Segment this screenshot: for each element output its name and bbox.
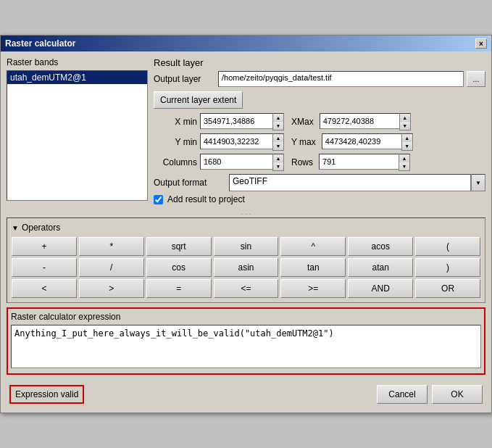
xmin-spinner[interactable]: ▲ ▼ [272, 113, 284, 130]
columns-down-arrow[interactable]: ▼ [273, 162, 283, 170]
expression-section: Raster calculator expression [7, 307, 485, 375]
cancel-button[interactable]: Cancel [377, 385, 428, 404]
xmax-up-arrow[interactable]: ▲ [400, 114, 410, 122]
xmax-label: XMax [291, 117, 314, 127]
op-lte[interactable]: <= [214, 279, 279, 298]
xmin-up-arrow[interactable]: ▲ [273, 114, 283, 122]
operators-title: ▼ Operators [12, 223, 480, 233]
op-atan[interactable]: atan [348, 258, 413, 277]
op-and[interactable]: AND [348, 279, 413, 298]
ymax-label: Y max [291, 137, 316, 147]
operator-row-2: - / cos asin tan atan ) [12, 258, 480, 277]
rows-spinner[interactable]: ▲ ▼ [399, 154, 410, 171]
raster-bands-listbox[interactable]: utah_demUTM2@1 [7, 70, 148, 201]
ymin-spinner[interactable]: ▲ ▼ [272, 133, 284, 151]
xmin-input[interactable] [200, 113, 272, 129]
expression-status: Expression valid [9, 385, 84, 404]
raster-calculator-window: Raster calculator × Raster bands utah_de… [0, 35, 492, 413]
bottom-row: Expression valid Cancel OK [7, 381, 485, 407]
op-gte[interactable]: >= [280, 279, 346, 298]
ymax-up-arrow[interactable]: ▲ [402, 134, 412, 142]
rows-up-arrow[interactable]: ▲ [399, 154, 409, 162]
output-path-display: /home/zeito/pyqgis_data/test.tif [218, 71, 464, 87]
operator-row-1: + * sqrt sin ^ acos ( [12, 237, 480, 256]
rows-label: Rows [291, 157, 313, 167]
output-layer-label: Output layer [154, 74, 215, 84]
op-divide[interactable]: / [79, 258, 144, 277]
result-layer-label: Result layer [154, 57, 485, 68]
close-button[interactable]: × [475, 38, 487, 49]
columns-up-arrow[interactable]: ▲ [273, 154, 283, 162]
add-result-checkbox[interactable] [154, 195, 163, 204]
rows-input[interactable] [319, 154, 399, 170]
expression-label: Raster calculator expression [11, 312, 481, 322]
op-caret[interactable]: ^ [280, 237, 346, 256]
operators-section: ▼ Operators + * sqrt sin ^ acos ( - / co… [7, 217, 485, 303]
operators-grid: + * sqrt sin ^ acos ( - / cos asin tan a… [12, 237, 480, 298]
divider: · · · [7, 210, 485, 213]
ymin-up-arrow[interactable]: ▲ [273, 134, 283, 142]
ymax-down-arrow[interactable]: ▼ [402, 142, 412, 150]
op-close-paren[interactable]: ) [415, 258, 480, 277]
xmin-down-arrow[interactable]: ▼ [273, 122, 283, 130]
output-format-label: Output format [154, 178, 226, 188]
op-equal[interactable]: = [146, 279, 212, 298]
xmin-label: X min [154, 117, 197, 127]
ymin-down-arrow[interactable]: ▼ [273, 142, 283, 150]
op-greater[interactable]: > [79, 279, 144, 298]
ymin-label: Y min [154, 137, 197, 147]
output-format-dropdown-button[interactable]: ▼ [471, 174, 485, 191]
operator-row-3: < > = <= >= AND OR [12, 279, 480, 298]
op-multiply[interactable]: * [79, 237, 144, 256]
ymax-spinner[interactable]: ▲ ▼ [401, 133, 413, 151]
ymax-input[interactable] [322, 133, 401, 149]
op-tan[interactable]: tan [280, 258, 346, 277]
op-acos[interactable]: acos [348, 237, 413, 256]
op-plus[interactable]: + [12, 237, 77, 256]
columns-label: Columns [154, 157, 197, 167]
op-sqrt[interactable]: sqrt [146, 237, 212, 256]
op-minus[interactable]: - [12, 258, 77, 277]
titlebar: Raster calculator × [1, 36, 491, 51]
columns-input[interactable] [200, 154, 272, 170]
rows-down-arrow[interactable]: ▼ [399, 162, 409, 170]
collapse-arrow-icon: ▼ [12, 224, 19, 232]
browse-button[interactable]: ... [467, 71, 485, 87]
op-cos[interactable]: cos [146, 258, 212, 277]
dialog-buttons: Cancel OK [377, 385, 483, 404]
op-open-paren[interactable]: ( [415, 237, 480, 256]
window-title: Raster calculator [5, 38, 75, 49]
op-asin[interactable]: asin [214, 258, 279, 277]
expression-input[interactable] [11, 325, 481, 368]
add-result-label: Add result to project [167, 194, 245, 204]
columns-spinner[interactable]: ▲ ▼ [272, 154, 284, 171]
xmax-spinner[interactable]: ▲ ▼ [399, 113, 411, 130]
xmax-down-arrow[interactable]: ▼ [400, 122, 410, 130]
ymin-input[interactable] [200, 133, 272, 149]
ok-button[interactable]: OK [432, 385, 483, 404]
xmax-input[interactable] [320, 113, 399, 129]
op-sin[interactable]: sin [214, 237, 279, 256]
output-format-value: GeoTIFF [229, 174, 471, 191]
raster-bands-label: Raster bands [7, 57, 148, 67]
raster-band-item[interactable]: utah_demUTM2@1 [7, 71, 147, 84]
op-less[interactable]: < [12, 279, 77, 298]
current-layer-extent-button[interactable]: Current layer extent [154, 91, 243, 109]
op-or[interactable]: OR [415, 279, 480, 298]
operators-label: Operators [22, 223, 60, 233]
